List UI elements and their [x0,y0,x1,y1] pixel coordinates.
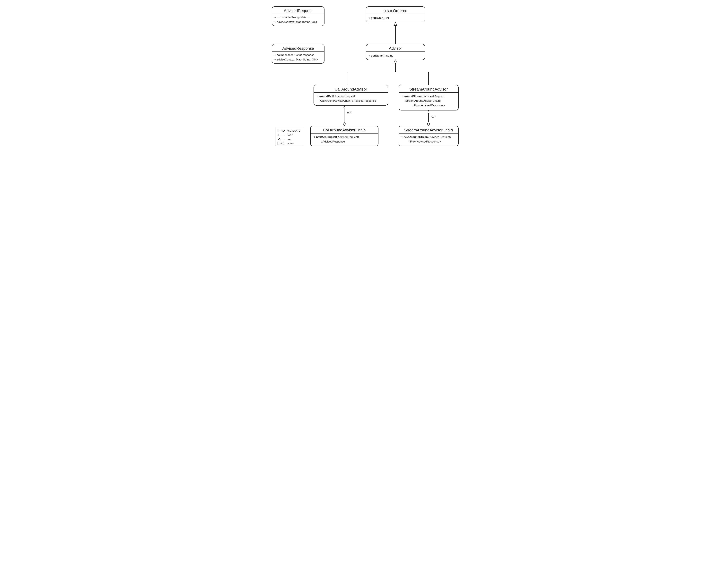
class-attr: CallAroundAdvisorChain) : AdvisedRespons… [320,99,376,102]
class-title: AdvisedRequest [284,8,312,13]
legend-label: HAS A [287,134,293,136]
class-advised-request: AdvisedRequest + .... mutable Prompt dat… [272,6,324,26]
class-attr: + nextAroundStream(AdvisedRequest) [401,135,451,139]
class-title: o.s.c.Ordered [384,8,407,13]
svg-line-26 [344,105,345,108]
legend-label: CLASS [287,142,294,145]
class-attr: StreamAroundAdvisorChain) [405,99,441,102]
class-attr: + aroundCall( AdvisedRequest, [316,94,356,98]
class-attr: : AdvisedResponse [321,140,345,143]
legend-label: AGGREGATE [287,130,300,132]
class-ordered: o.s.c.Ordered + getOrder(): int [366,6,425,22]
class-attr: + aroundStream( AdvisedRequest, [401,94,445,98]
class-advisor: Advisor + getName(): String [366,44,425,60]
uml-diagram: AdvisedRequest + .... mutable Prompt dat… [265,0,462,159]
multiplicity-label: 0..* [347,111,351,114]
class-advised-response: AdvisedResponse + callResponse : ChatRes… [272,44,324,63]
svg-marker-17 [394,22,397,25]
legend: AGGREGATE HAS A IS A xxx CLASS [275,128,303,146]
legend-class-sample: xxx [280,143,282,144]
class-title: StreamAroundAdvisorChain [404,128,453,132]
class-title: Advisor [389,46,402,50]
class-title: CallAroundAdvisorChain [323,128,366,132]
class-attr: + getName(): String [368,54,393,57]
class-attr: + nextAroundCall(AdvisedRequest) [314,135,359,139]
multiplicity-label: 0..* [431,115,436,118]
is-a-advisor-to-ordered [394,22,397,44]
class-attr: : Flux<AdvisedResponse> [408,140,441,143]
class-attr: + adviseContext: Map<String, Obj> [275,20,318,23]
class-call-around-advisor: CallAroundAdvisor + aroundCall( AdvisedR… [314,85,388,105]
aggregate-call-chain: 0..* [343,105,351,126]
svg-line-30 [428,110,429,113]
svg-line-29 [428,110,428,113]
legend-label: IS A [287,138,291,141]
class-stream-around-advisor: StreamAroundAdvisor + aroundStream( Advi… [399,85,459,110]
class-title: AdvisedResponse [282,46,314,50]
svg-line-25 [344,105,344,108]
class-title: StreamAroundAdvisor [409,87,448,91]
svg-marker-19 [394,60,397,63]
svg-marker-23 [343,122,346,126]
class-title: CallAroundAdvisor [335,87,367,91]
is-a-children-to-advisor [347,60,428,85]
aggregate-stream-chain: 0..* [427,110,436,126]
svg-marker-27 [427,122,430,126]
svg-marker-35 [282,130,285,132]
class-attr: + adviseContext: Map<String, Obj> [275,58,318,61]
class-attr: + getOrder(): int [368,17,389,20]
svg-marker-40 [278,138,280,140]
class-attr: + callResponse : ChatResponse [275,54,314,57]
class-stream-around-advisor-chain: StreamAroundAdvisorChain + nextAroundStr… [399,126,459,146]
class-attr: : Flux<AdvisedResponse> [413,104,445,107]
class-attr: + .... mutable Prompt data ... [275,16,309,19]
class-call-around-advisor-chain: CallAroundAdvisorChain + nextAroundCall(… [310,126,378,146]
